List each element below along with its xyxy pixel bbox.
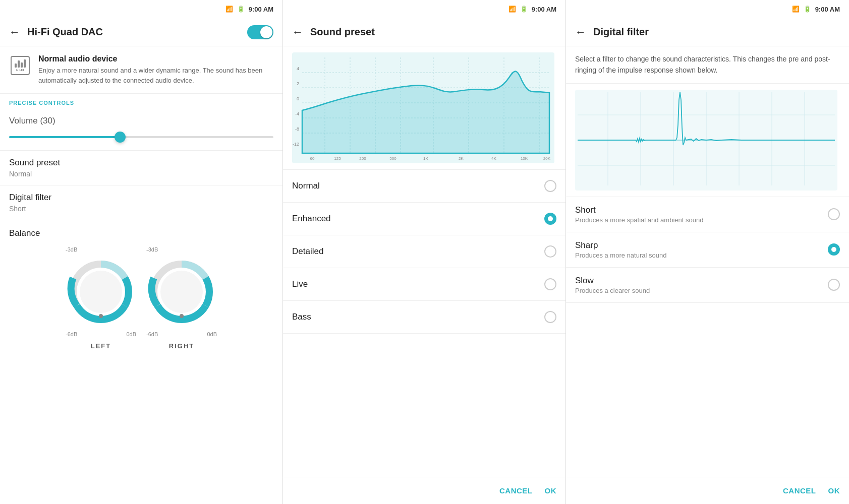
preset-item-enhanced[interactable]: Enhanced: [283, 203, 565, 235]
back-button-3[interactable]: ←: [575, 26, 586, 39]
preset-name-normal: Normal: [292, 181, 544, 191]
right-0db: 0dB: [207, 331, 217, 337]
bar4: [24, 59, 26, 68]
right-neg3db-label: -3dB: [146, 246, 158, 253]
filter-text-sharp: Sharp Produces a more natural sound: [575, 240, 828, 259]
digital-filter-value: Short: [9, 205, 273, 213]
back-button-2[interactable]: ←: [292, 26, 303, 39]
header-1: ← Hi-Fi Quad DAC: [0, 18, 282, 46]
volume-control: Volume (30): [0, 109, 282, 151]
preset-item-live[interactable]: Live: [283, 268, 565, 301]
digital-filter-control[interactable]: Digital filter Short: [0, 185, 282, 220]
time-display-1: 9:00 AM: [249, 6, 273, 13]
page-title-3: Digital filter: [593, 26, 840, 38]
status-bar-3: 📶 🔋 9:00 AM: [566, 0, 849, 18]
preset-item-bass[interactable]: Bass: [283, 301, 565, 334]
right-neg6db: -6dB: [146, 331, 158, 337]
volume-slider[interactable]: [9, 131, 273, 143]
left-label: LEFT: [91, 342, 111, 350]
filter-text-short: Short Produces a more spatial and ambien…: [575, 205, 828, 224]
volume-label: Volume (30): [9, 116, 273, 126]
filter-text-slow: Slow Produces a clearer sound: [575, 276, 828, 294]
svg-text:-8: -8: [295, 127, 299, 132]
filter-item-sharp[interactable]: Sharp Produces a more natural sound: [566, 232, 849, 268]
device-icon: HI-FI: [9, 54, 31, 77]
battery-icon-3: 🔋: [804, 6, 811, 13]
battery-icon-2: 🔋: [520, 6, 528, 13]
filter-name-short: Short: [575, 205, 828, 215]
slider-fill: [9, 136, 120, 138]
left-dial[interactable]: [66, 257, 136, 327]
radio-normal[interactable]: [544, 180, 556, 192]
svg-text:250: 250: [359, 156, 366, 161]
filter-description: Select a filter to change the sound char…: [566, 46, 849, 84]
right-dial[interactable]: [146, 257, 217, 327]
sound-preset-value: Normal: [9, 170, 273, 178]
radio-slow[interactable]: [828, 279, 840, 291]
panel-sound-preset: 📶 🔋 9:00 AM ← Sound preset: [283, 0, 566, 504]
slider-thumb[interactable]: [115, 132, 126, 143]
svg-text:4K: 4K: [491, 156, 496, 161]
radio-sharp[interactable]: [828, 243, 840, 256]
radio-enhanced[interactable]: [544, 213, 556, 225]
time-display-2: 9:00 AM: [532, 6, 556, 13]
signal-icon-2: 📶: [508, 6, 516, 13]
device-info: HI-FI Normal audio device Enjoy a more n…: [0, 46, 282, 94]
back-button-1[interactable]: ←: [9, 26, 20, 39]
sound-preset-label: Sound preset: [9, 158, 273, 168]
filter-desc-short: Produces a more spatial and ambient soun…: [575, 216, 828, 224]
preset-ok-button[interactable]: OK: [545, 483, 557, 498]
svg-text:1K: 1K: [423, 156, 428, 161]
page-title-1: Hi-Fi Quad DAC: [27, 26, 247, 38]
filter-desc-sharp: Produces a more natural sound: [575, 251, 828, 259]
left-0db: 0dB: [126, 331, 136, 337]
slider-track: [9, 136, 273, 138]
preset-item-normal[interactable]: Normal: [283, 170, 565, 203]
filter-list: Short Produces a more spatial and ambien…: [566, 197, 849, 477]
filter-desc-slow: Produces a clearer sound: [575, 287, 828, 294]
status-bar-2: 📶 🔋 9:00 AM: [283, 0, 565, 18]
preset-cancel-button[interactable]: CANCEL: [499, 483, 533, 498]
svg-text:10K: 10K: [521, 156, 528, 161]
preset-list: Normal Enhanced Detailed Live Bass: [283, 170, 565, 477]
svg-text:500: 500: [389, 156, 397, 161]
right-label: RIGHT: [169, 342, 194, 350]
hifi-toggle[interactable]: [247, 25, 273, 39]
preset-name-live: Live: [292, 279, 544, 289]
radio-short[interactable]: [828, 208, 840, 220]
radio-detailed[interactable]: [544, 245, 556, 258]
left-dial-labels-top: -3dB: [66, 246, 136, 253]
left-neg3db-label: -3dB: [66, 246, 77, 253]
svg-point-1: [99, 314, 103, 318]
filter-item-slow[interactable]: Slow Produces a clearer sound: [566, 268, 849, 303]
bar2: [18, 60, 20, 68]
hifi-bars: [15, 59, 26, 68]
svg-text:20K: 20K: [543, 156, 551, 161]
left-dial-wrapper: -3dB: [66, 246, 136, 350]
radio-bass[interactable]: [544, 311, 556, 323]
filter-cancel-button[interactable]: CANCEL: [783, 483, 816, 498]
balance-title: Balance: [9, 228, 273, 238]
digital-filter-label: Digital filter: [9, 193, 273, 203]
filter-ok-button[interactable]: OK: [828, 483, 840, 498]
section-precise-controls: PRECISE CONTROLS: [0, 94, 282, 109]
sound-preset-control[interactable]: Sound preset Normal: [0, 151, 282, 185]
radio-live[interactable]: [544, 278, 556, 290]
preset-item-detailed[interactable]: Detailed: [283, 235, 565, 268]
time-display-3: 9:00 AM: [815, 6, 840, 13]
bar1: [15, 64, 17, 68]
impulse-chart: [566, 84, 849, 197]
hifi-logo: HI-FI: [11, 56, 30, 75]
right-dial-labels-bottom: -6dB 0dB: [146, 331, 217, 337]
header-2: ← Sound preset: [283, 18, 565, 46]
hifi-label: HI-FI: [16, 69, 24, 72]
filter-dialog-footer: CANCEL OK: [566, 477, 849, 504]
page-title-2: Sound preset: [310, 26, 556, 38]
svg-point-2: [80, 271, 122, 313]
svg-point-5: [160, 271, 203, 313]
filter-name-sharp: Sharp: [575, 240, 828, 250]
svg-text:4: 4: [297, 66, 299, 71]
toggle-knob: [260, 26, 272, 38]
left-neg6db: -6dB: [66, 331, 77, 337]
filter-item-short[interactable]: Short Produces a more spatial and ambien…: [566, 197, 849, 232]
